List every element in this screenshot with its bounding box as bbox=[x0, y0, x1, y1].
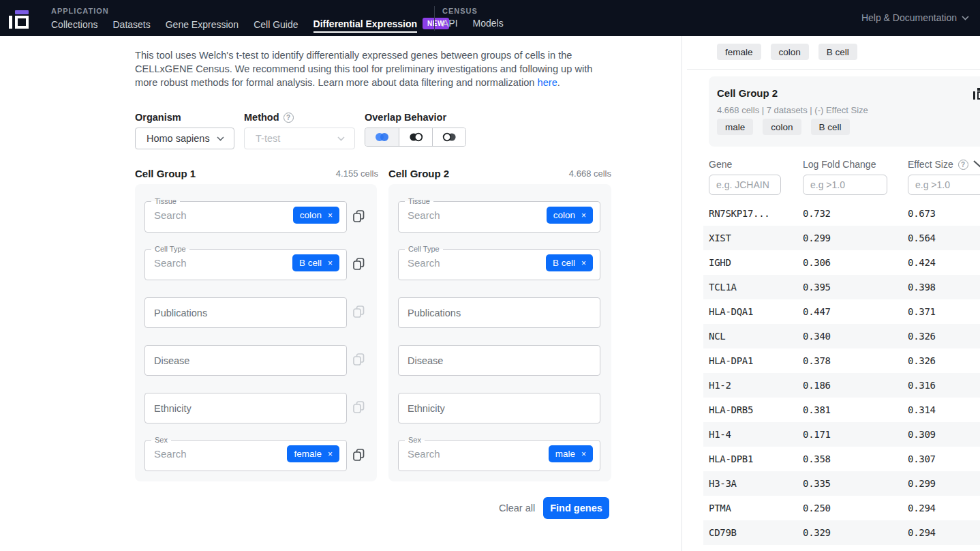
help-documentation-menu[interactable]: Help & Documentation bbox=[861, 12, 969, 23]
tissue-search-input[interactable] bbox=[408, 209, 489, 221]
venn-exclude-left-icon bbox=[408, 132, 424, 142]
gene-name-cell: H1-4 bbox=[709, 429, 803, 440]
gene-name-cell: HLA-DRB5 bbox=[709, 404, 803, 415]
venn-exclude-right-icon bbox=[442, 132, 457, 142]
table-row: PTMA0.2500.294 bbox=[703, 496, 980, 520]
overlap-behavior-segmented-control bbox=[365, 128, 466, 147]
nav-link-api[interactable]: API bbox=[442, 18, 458, 29]
tissue-field[interactable]: Tissue colon× bbox=[144, 197, 347, 233]
filter-tag: female bbox=[717, 44, 761, 60]
table-row: NCL0.3400.326 bbox=[703, 324, 980, 348]
top-nav: APPLICATION Collections Datasets Gene Ex… bbox=[0, 0, 980, 36]
sex-search-input[interactable] bbox=[154, 448, 236, 460]
table-row: HLA-DPB10.3580.307 bbox=[703, 447, 980, 471]
tissue-field-label: Tissue bbox=[151, 197, 180, 205]
log-fold-change-cell: 0.358 bbox=[803, 453, 908, 464]
sex-field[interactable]: Sex male× bbox=[398, 436, 600, 471]
overlap-option-exclude-left[interactable] bbox=[399, 128, 432, 146]
log-fold-change-filter-input[interactable] bbox=[803, 175, 887, 195]
log-fold-change-cell: 0.340 bbox=[803, 331, 908, 342]
log-fold-change-cell: 0.329 bbox=[803, 527, 908, 538]
overlap-behavior-label: Overlap Behavior bbox=[365, 112, 446, 123]
gene-name-cell: HLA-DQA1 bbox=[709, 306, 803, 317]
filter-tag: male bbox=[717, 119, 753, 135]
organism-select[interactable]: Homo sapiens bbox=[135, 128, 234, 149]
cell-type-chip[interactable]: B cell× bbox=[546, 254, 593, 271]
effect-size-cell: 0.314 bbox=[908, 404, 980, 415]
nav-link-datasets[interactable]: Datasets bbox=[112, 19, 150, 30]
chip-close-icon[interactable]: × bbox=[328, 259, 333, 267]
filter-tag: colon bbox=[763, 119, 801, 135]
cellxgene-mark-icon bbox=[973, 88, 980, 100]
nav-divider bbox=[434, 6, 435, 31]
cell-type-chip[interactable]: B cell× bbox=[292, 254, 339, 271]
gene-name-cell: NCL bbox=[709, 331, 803, 342]
cell-group-1-count: 4.155 cells bbox=[269, 168, 378, 179]
copy-tissue-button[interactable] bbox=[353, 210, 365, 224]
method-help-icon[interactable]: ? bbox=[284, 113, 294, 123]
application-section-label: APPLICATION bbox=[51, 7, 109, 15]
nav-link-models[interactable]: Models bbox=[473, 18, 504, 29]
chip-close-icon[interactable]: × bbox=[581, 259, 586, 267]
disease-field[interactable]: Disease bbox=[144, 345, 347, 376]
overlap-option-exclude-right[interactable] bbox=[432, 128, 465, 146]
publications-field[interactable]: Publications bbox=[144, 297, 347, 328]
cellxgene-logo-icon[interactable] bbox=[9, 7, 32, 29]
cell-group-1-panel: Tissue colon× Cell Type B cell× Publicat… bbox=[135, 184, 377, 481]
nav-link-cell-guide[interactable]: Cell Guide bbox=[254, 19, 298, 30]
section-divider bbox=[687, 69, 980, 70]
gene-filter-input[interactable] bbox=[709, 175, 781, 195]
gene-name-cell: XIST bbox=[709, 233, 803, 243]
log-fold-change-cell: 0.732 bbox=[803, 208, 908, 219]
sex-chip[interactable]: male× bbox=[549, 445, 593, 462]
cell-type-field[interactable]: Cell Type B cell× bbox=[398, 245, 600, 280]
disease-field[interactable]: Disease bbox=[398, 345, 600, 376]
log-fold-change-cell: 0.250 bbox=[803, 503, 908, 513]
effect-size-help-icon[interactable]: ? bbox=[958, 160, 968, 170]
ethnicity-field[interactable]: Ethnicity bbox=[144, 393, 347, 423]
tissue-chip[interactable]: colon× bbox=[547, 207, 593, 224]
tissue-search-input[interactable] bbox=[154, 209, 236, 221]
learn-more-link[interactable]: here bbox=[538, 77, 557, 88]
copy-publications-button bbox=[353, 306, 365, 319]
nav-link-collections[interactable]: Collections bbox=[51, 19, 97, 30]
log-fold-change-column-header: Log Fold Change bbox=[803, 159, 876, 170]
log-fold-change-cell: 0.306 bbox=[803, 257, 908, 268]
cell-type-search-input[interactable] bbox=[154, 257, 236, 269]
sex-chip[interactable]: female× bbox=[287, 445, 339, 462]
cell-type-search-input[interactable] bbox=[408, 257, 489, 269]
effect-size-filter-input[interactable] bbox=[908, 175, 980, 195]
ethnicity-field[interactable]: Ethnicity bbox=[398, 393, 600, 423]
chip-close-icon[interactable]: × bbox=[581, 211, 586, 220]
chip-close-icon[interactable]: × bbox=[581, 450, 586, 458]
log-fold-change-cell: 0.381 bbox=[803, 404, 908, 415]
nav-link-gene-expression[interactable]: Gene Expression bbox=[166, 19, 239, 30]
method-label: Method ? bbox=[244, 112, 294, 123]
effect-size-cell: 0.424 bbox=[908, 257, 980, 268]
table-row: CD79B0.3290.294 bbox=[703, 520, 980, 545]
results-rows: RN7SKP17...0.7320.673XIST0.2990.564IGHD0… bbox=[703, 201, 980, 545]
clear-all-button[interactable]: Clear all bbox=[499, 503, 535, 513]
sort-icon[interactable] bbox=[973, 160, 980, 168]
sex-search-input[interactable] bbox=[408, 448, 489, 460]
find-genes-button[interactable]: Find genes bbox=[543, 497, 609, 519]
log-fold-change-cell: 0.378 bbox=[803, 355, 908, 366]
effect-size-cell: 0.326 bbox=[908, 355, 980, 366]
sex-field[interactable]: Sex female× bbox=[144, 436, 347, 471]
chip-close-icon[interactable]: × bbox=[328, 450, 333, 458]
log-fold-change-cell: 0.171 bbox=[803, 429, 908, 440]
tissue-chip[interactable]: colon× bbox=[293, 207, 339, 224]
table-row: HLA-DRB50.3810.314 bbox=[703, 398, 980, 422]
tissue-field[interactable]: Tissue colon× bbox=[398, 197, 600, 233]
table-row: H1-20.1860.316 bbox=[703, 373, 980, 398]
copy-sex-button[interactable] bbox=[353, 449, 365, 462]
table-row: HLA-DPA10.3780.326 bbox=[703, 348, 980, 373]
cell-type-field[interactable]: Cell Type B cell× bbox=[144, 245, 347, 280]
effect-size-cell: 0.299 bbox=[908, 478, 980, 489]
overlap-option-union[interactable] bbox=[365, 128, 399, 146]
publications-field[interactable]: Publications bbox=[398, 297, 600, 328]
gene-name-cell: IGHD bbox=[709, 257, 803, 268]
copy-cell-type-button[interactable] bbox=[353, 258, 365, 271]
chip-close-icon[interactable]: × bbox=[328, 211, 333, 220]
nav-link-differential-expression[interactable]: Differential Expression bbox=[313, 18, 418, 33]
